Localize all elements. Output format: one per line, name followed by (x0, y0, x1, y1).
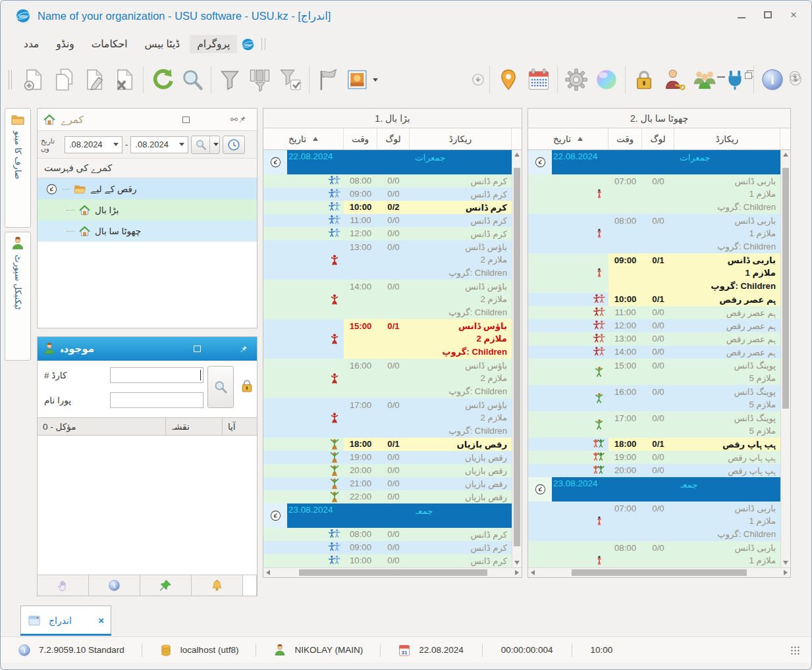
lock-icon[interactable] (239, 378, 255, 394)
time-column-header[interactable]: وقت (344, 128, 377, 149)
clients-table-body[interactable] (38, 436, 257, 575)
menu-grip[interactable] (261, 38, 265, 50)
scrollbar-thumb[interactable] (572, 569, 747, 576)
toolbar-overflow-right-icon[interactable] (788, 72, 803, 88)
schedule-row[interactable]: 18:000/1رقص بازیاں (263, 438, 512, 451)
schedule-row[interactable]: 18:000/1ہپ ہاپ رقص (528, 438, 780, 451)
date-group-row[interactable]: 23.08.2024جمعہ (528, 477, 780, 502)
delete-record-button[interactable] (109, 63, 140, 96)
vertical-scrollbar[interactable] (512, 150, 522, 567)
schedule-row[interactable]: 12:000/0ہم عصر رقص (528, 319, 780, 332)
collapse-group-icon[interactable] (534, 483, 547, 496)
rooms-panel-pin-button[interactable]: ⚯︎📌︎ (230, 115, 246, 124)
card-number-input[interactable] (110, 367, 203, 383)
current-panel-maximize-button[interactable] (194, 346, 201, 352)
tree-node-dance-folder[interactable]: رقص کے لیے (38, 178, 257, 199)
plugin-button[interactable] (720, 63, 750, 96)
date-group-row[interactable]: 22.08.2024جمعرات (263, 150, 512, 174)
hand-button[interactable] (38, 575, 89, 596)
schedule-row[interactable]: 12:000/0کرم ڈانس (263, 227, 512, 240)
image-dropdown-icon[interactable] (373, 78, 378, 82)
menu-program[interactable]: پروگرام (190, 35, 237, 53)
schedule-row[interactable]: 09:000/0کرم ڈانس (263, 541, 512, 554)
room-search-button[interactable] (191, 136, 220, 154)
filter-panels-button[interactable] (245, 63, 275, 96)
schedule-row[interactable]: 11:000/0کرم ڈانس (263, 214, 512, 227)
maximize-button[interactable] (764, 11, 772, 18)
schedule-row[interactable]: 20:000/0رقص بازیاں (263, 464, 512, 477)
settings-gear-button[interactable] (561, 63, 591, 96)
schedule-row[interactable]: 17:000/0باؤس ڈانسملازم 2گروپ: Children (263, 398, 512, 438)
info-button[interactable]: i (757, 63, 788, 96)
schedule-row[interactable]: 10:000/1ہم عصر رقص (528, 293, 780, 306)
people-column-header[interactable]: لوگ (642, 128, 674, 149)
schedule-row[interactable]: 19:000/0رقص بازیاں (263, 451, 512, 464)
schedule-row[interactable]: 11:000/0ہم عصر رقص (528, 306, 780, 319)
lock-button[interactable] (629, 63, 659, 96)
tree-node-small-hall[interactable]: چھوٹا سا بال (38, 220, 257, 242)
schedule-row[interactable]: 08:000/0کرم ڈانس (263, 528, 512, 541)
schedule-row[interactable]: 19:000/0ہپ ہاپ رقص (528, 451, 780, 464)
current-panel-pin-button[interactable]: 📌︎ (239, 344, 248, 354)
date-group-row[interactable]: 23.08.2024جمعہ (263, 503, 512, 528)
schedule-row[interactable]: 08:000/0باربی ڈانسملازم 1گروپ: Children (528, 214, 780, 253)
schedule-row[interactable]: 21:000/0رقص بازیاں (263, 477, 512, 490)
time-column-header[interactable]: وقت (609, 128, 642, 149)
image-button[interactable] (343, 63, 381, 96)
sidebar-tab-user-menu[interactable]: صارف کا مینو (5, 108, 31, 228)
tab-registration[interactable]: اندراج × (20, 606, 111, 634)
scrollbar-thumb[interactable] (299, 569, 487, 576)
clients-column-header[interactable]: مؤکل - 0 (38, 418, 166, 435)
collapse-group-icon[interactable] (534, 156, 547, 168)
schedule-row[interactable]: 20:000/0ہپ ہاپ رقص (528, 464, 780, 477)
client-search-button[interactable] (207, 366, 234, 408)
info-button[interactable]: i (89, 575, 140, 596)
tab-close-icon[interactable]: × (98, 615, 104, 626)
schedule-row[interactable]: 14:000/0باؤس ڈانسملازم 2گروپ: Children (263, 280, 512, 319)
bell-button[interactable] (192, 575, 243, 596)
schedule-row[interactable]: 10:000/2کرم ڈانس (263, 201, 512, 214)
quick-input-cell[interactable] (243, 575, 257, 596)
menu-commands[interactable]: احکامات (84, 35, 135, 53)
user-key-button[interactable] (659, 63, 690, 96)
schedule-row[interactable]: 08:000/0باربی ڈانسملازم 1گروپ: Children (528, 541, 780, 567)
minimize-button[interactable] (738, 17, 745, 18)
resize-grip[interactable] (790, 646, 801, 655)
rooms-panel-maximize-button[interactable] (182, 116, 190, 123)
schedule-clock-button[interactable] (223, 136, 245, 154)
date-column-header[interactable]: تاریخ (263, 128, 344, 149)
toolbar-overflow-left-icon[interactable] (470, 72, 486, 88)
schedule-row[interactable]: 13:000/0ہم عصر رقص (528, 332, 780, 346)
schedule-row[interactable]: 08:000/0کرم ڈانس (263, 174, 512, 188)
schedule-row[interactable]: 13:000/0باؤس ڈانسملازم 2گروپ: Children (263, 240, 512, 280)
schedule-row[interactable]: 22:000/0رقص بازیاں (263, 490, 512, 503)
schedule-row[interactable]: 07:000/0باربی ڈانسملازم 1گروپ: Children (528, 174, 780, 214)
collapse-node-icon[interactable] (45, 183, 58, 195)
schedule-row[interactable]: 09:000/1باربی ڈانسملازم 1گروپ: Children (528, 253, 780, 293)
date-group-row[interactable]: 22.08.2024جمعرات (528, 150, 780, 174)
horizontal-scrollbar[interactable] (528, 567, 790, 577)
scrollbar-thumb[interactable] (514, 168, 520, 547)
record-column-header[interactable]: ریکارڈ (674, 128, 780, 149)
edit-record-button[interactable] (79, 63, 109, 96)
scrollbar-thumb[interactable] (782, 168, 789, 409)
schedule-row[interactable]: 16:000/0پوینگ ڈانسملازم 5 (528, 385, 780, 411)
tree-node-big-hall[interactable]: بڑا بال (38, 199, 257, 220)
schedule-row[interactable]: 15:000/0پوینگ ڈانسملازم 5 (528, 359, 780, 385)
schedule-row[interactable]: 16:000/0باؤس ڈانسملازم 2گروپ: Children (263, 359, 512, 398)
filter-button[interactable] (215, 63, 245, 96)
location-pin-button[interactable] (493, 63, 524, 96)
schedule-row[interactable]: 09:000/0کرم ڈانس (263, 188, 512, 201)
came-column-header[interactable]: آیا (223, 418, 257, 435)
refresh-button[interactable] (147, 63, 177, 96)
schedule-row[interactable]: 07:000/0باربی ڈانسملازم 1گروپ: Children (528, 502, 780, 541)
people-column-header[interactable]: لوگ (377, 128, 410, 149)
menu-window[interactable]: ونڈو (49, 35, 81, 53)
calendar-button[interactable] (524, 63, 554, 96)
date-to-combo[interactable]: .08.2024 (130, 136, 188, 153)
collapse-group-icon[interactable] (269, 509, 282, 522)
vertical-scrollbar[interactable] (780, 150, 790, 567)
record-column-header[interactable]: ریکارڈ (410, 128, 512, 149)
date-column-header[interactable]: تاریخ (528, 128, 609, 149)
sidebar-tab-tech-support[interactable]: ٹیکنیکل سپورٹ (5, 232, 31, 361)
